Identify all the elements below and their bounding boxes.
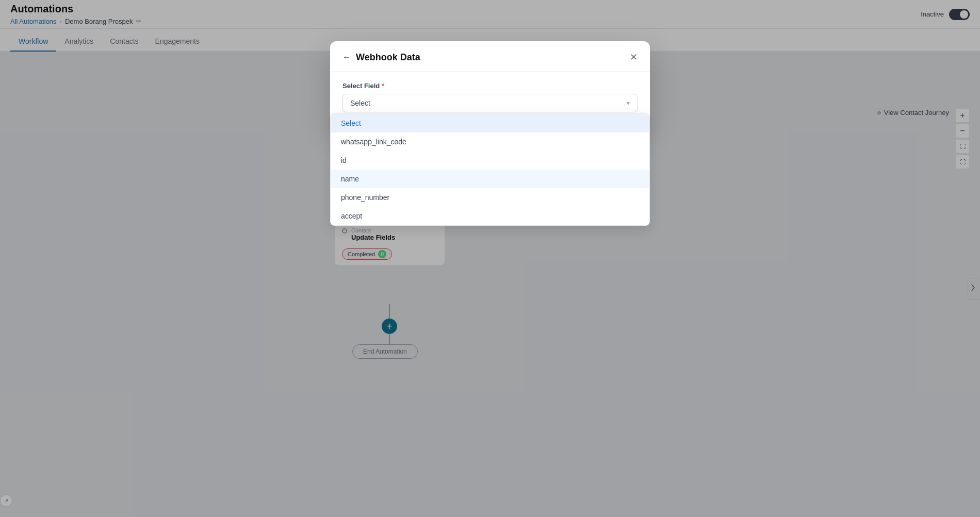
dropdown-item-phone[interactable]: phone_number [331, 188, 649, 207]
dropdown-list: Select whatsapp_link_code id name phone_… [330, 113, 650, 226]
modal-overlay: ← Webhook Data ✕ Select Field * Select ▾… [0, 0, 980, 517]
required-star: * [382, 82, 384, 90]
modal-close-button[interactable]: ✕ [630, 52, 638, 63]
modal-body: Select Field * Select ▾ Select whatsapp_… [330, 72, 650, 123]
modal-back-button[interactable]: ← [342, 53, 351, 62]
webhook-data-modal: ← Webhook Data ✕ Select Field * Select ▾… [330, 41, 650, 123]
select-value: Select [350, 99, 370, 107]
dropdown-item-accept[interactable]: accept [331, 207, 649, 225]
dropdown-item-name[interactable]: name [331, 170, 649, 188]
select-field-wrapper: Select ▾ Select whatsapp_link_code id na… [342, 94, 638, 112]
chevron-down-icon: ▾ [627, 99, 630, 107]
dropdown-item-select[interactable]: Select [331, 114, 649, 132]
modal-header: ← Webhook Data ✕ [330, 41, 650, 72]
modal-title: Webhook Data [356, 52, 420, 63]
select-field-box[interactable]: Select ▾ [342, 94, 638, 112]
dropdown-item-id[interactable]: id [331, 151, 649, 170]
dropdown-item-whatsapp[interactable]: whatsapp_link_code [331, 132, 649, 151]
select-field-label: Select Field * [342, 82, 638, 90]
